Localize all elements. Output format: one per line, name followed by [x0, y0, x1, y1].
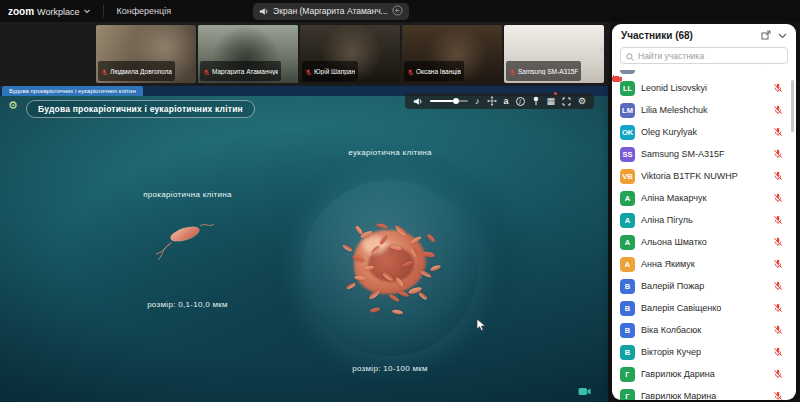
popout-icon[interactable] — [761, 30, 771, 40]
tile-name-badge: Юрій Шапран — [302, 61, 358, 81]
organelle — [418, 291, 428, 300]
scrollbar-thumb[interactable] — [791, 80, 794, 132]
video-tile[interactable]: Оксана Іванців — [402, 25, 502, 83]
zoom-logo-text: zoom — [8, 6, 34, 17]
camera-icon[interactable] — [578, 382, 591, 400]
tab-shared-screen-label: Экран (Маргарита Атаманч... — [273, 6, 388, 16]
organelle — [376, 223, 389, 230]
organelle — [426, 233, 436, 243]
volume-icon[interactable] — [413, 97, 423, 106]
participant-search — [620, 47, 788, 64]
participant-row[interactable]: Г Гаврилюк Марина — [612, 385, 796, 400]
speaker-icon — [259, 2, 269, 20]
eukaryotic-cell-illustration — [302, 180, 478, 356]
tile-name-badge: Людмила Довгопола — [98, 61, 175, 81]
tab-shared-screen[interactable]: Экран (Маргарита Атаманч... — [253, 3, 409, 20]
participant-name: Оксана Іванців — [416, 68, 461, 75]
organelle — [392, 309, 404, 315]
search-input[interactable] — [638, 51, 782, 61]
tile-name-badge: Samsung SM-A315F — [506, 61, 581, 81]
pin-icon[interactable] — [532, 96, 540, 106]
tile-name-badge: Маргарита Атаманчук — [200, 61, 281, 81]
video-tiles: Людмила Довгопола Маргарита Атаманчук Юр… — [96, 25, 604, 83]
float-window-icon[interactable] — [392, 2, 403, 20]
organelle — [354, 225, 363, 235]
share-toolbar: ♪ a i ▦ ⚙ — [405, 93, 594, 109]
organelle — [430, 264, 442, 272]
shared-window-tab[interactable]: Будова прокаріотичних і еукаріотичних кл… — [2, 86, 143, 96]
tab-conference[interactable]: Конференція — [116, 6, 171, 16]
participant-name: Маргарита Атаманчук — [212, 68, 278, 75]
participant-name: Людмила Довгопола — [110, 68, 172, 75]
eukaryote-label: еукаріотична клітина — [325, 148, 455, 157]
organelle — [342, 244, 354, 253]
titlebar-divider — [103, 5, 104, 17]
organelle — [388, 293, 400, 303]
app-titlebar: zoom Workplace Конференція Экран (Маргар… — [0, 0, 800, 22]
chevron-down-icon[interactable] — [83, 7, 91, 15]
next-participants-chevron-icon[interactable]: › — [599, 43, 603, 55]
video-tile[interactable]: Маргарита Атаманчук — [198, 25, 298, 83]
participant-name: Samsung SM-A315F — [518, 68, 578, 75]
slide-gear-icon[interactable]: ⚙ — [8, 99, 18, 112]
music-note-icon[interactable]: ♪ — [475, 93, 480, 109]
search-icon — [626, 47, 634, 65]
eukaryote-size-label: розмір: 10-100 мкм — [320, 364, 460, 373]
volume-slider[interactable] — [430, 100, 468, 102]
shared-screen-area: Будова прокаріотичних і еукаріотичних кл… — [0, 86, 608, 402]
mic-muted-icon — [203, 62, 210, 80]
participants-header: Участники (68) — [612, 24, 796, 46]
volume-slider-fill — [430, 100, 453, 102]
mic-muted-icon — [305, 62, 312, 80]
video-tile[interactable]: Samsung SM-A315F — [504, 25, 604, 83]
participant-name: Юрій Шапран — [314, 68, 355, 75]
prokaryote-size-label: розмір: 0,1-10,0 мкм — [125, 300, 250, 309]
mic-muted-icon — [509, 62, 516, 80]
zoom-workplace-logo: zoom Workplace — [8, 6, 79, 17]
annotate-icon[interactable]: a — [504, 93, 509, 109]
fullscreen-icon[interactable] — [562, 97, 571, 106]
move-icon[interactable] — [487, 96, 497, 106]
camera-off-icon — [612, 70, 796, 400]
organelle — [370, 307, 381, 313]
volume-slider-knob[interactable] — [453, 98, 459, 104]
mic-muted-icon — [407, 62, 414, 80]
mic-muted-icon — [101, 62, 108, 80]
grid-glyph: ▦ — [547, 93, 556, 109]
workplace-logo-text: Workplace — [37, 7, 79, 17]
video-strip: Людмила Довгопола Маргарита Атаманчук Юр… — [0, 22, 610, 86]
prokaryotic-cell-illustration — [148, 214, 218, 269]
notification-dot — [554, 92, 557, 95]
slide-title: Будова прокаріотичних і еукаріотичних кл… — [26, 100, 255, 118]
info-icon[interactable]: i — [516, 97, 525, 106]
organelle — [354, 275, 366, 280]
organelle — [346, 282, 357, 290]
participants-title: Участники (68) — [621, 30, 754, 41]
mouse-cursor — [476, 318, 487, 336]
video-tile[interactable]: Юрій Шапран — [300, 25, 400, 83]
settings-gear-icon[interactable]: ⚙ — [578, 93, 586, 109]
grid-view-icon[interactable]: ▦ — [547, 93, 556, 109]
tile-name-badge: Оксана Іванців — [404, 61, 464, 81]
prokaryote-label: прокаріотична клітина — [130, 190, 245, 199]
presentation-slide: ⚙ Будова прокаріотичних і еукаріотичних … — [0, 96, 608, 402]
participants-panel: Участники (68) LL Leon — [612, 24, 796, 400]
video-tile[interactable]: Людмила Довгопола — [96, 25, 196, 83]
participant-list: LL Leonid Lisovskyi LM Lilia Meleshchuk … — [612, 70, 796, 400]
collapse-chevron-icon[interactable] — [778, 31, 787, 40]
